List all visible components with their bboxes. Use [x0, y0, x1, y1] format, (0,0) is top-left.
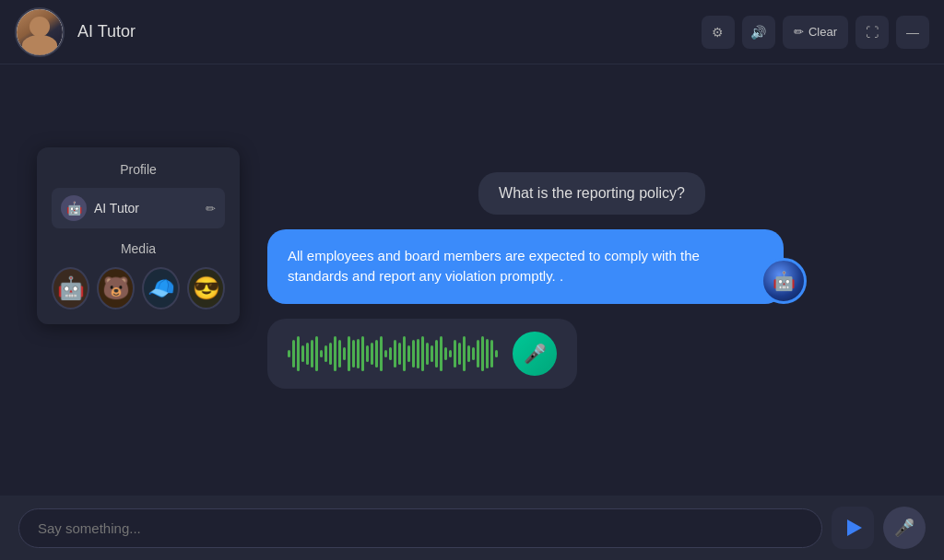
wave-bar [458, 343, 461, 365]
user-message: What is the reporting policy? [478, 172, 705, 215]
wave-bar [454, 340, 456, 368]
media-avatar-1[interactable]: 🤖 [52, 267, 89, 309]
wave-bar [412, 340, 415, 368]
wave-bar [288, 350, 290, 357]
chat-input[interactable] [18, 508, 822, 548]
wave-bar [338, 340, 341, 368]
wave-bar [417, 339, 419, 368]
media-label: Media [52, 241, 225, 256]
profile-row: 🤖 AI Tutor ✏ [52, 188, 225, 228]
wave-bar [315, 336, 318, 371]
wave-bar [324, 345, 327, 362]
wave-bar [320, 350, 323, 357]
clear-button[interactable]: ✏ Clear [783, 16, 848, 49]
header-actions: ⚙ 🔊 ✏ Clear ⛶ — [702, 16, 929, 49]
wave-bar [495, 350, 498, 357]
settings-button[interactable]: ⚙ [702, 16, 735, 49]
profile-edit-button[interactable]: ✏ [206, 202, 216, 216]
wave-bar [444, 347, 447, 360]
media-avatars: 🤖 🐻 🧢 😎 [52, 267, 225, 309]
wave-bar [329, 343, 332, 365]
audio-message: 🎤 [267, 319, 577, 389]
microphone-icon: 🎤 [894, 518, 914, 538]
wave-bar [352, 340, 355, 368]
wave-bar [431, 345, 433, 362]
wave-bar [477, 340, 479, 368]
wave-bar [371, 343, 373, 365]
header: AI Tutor ⚙ 🔊 ✏ Clear ⛶ — [0, 0, 944, 64]
send-icon [847, 519, 862, 536]
profile-panel: Profile 🤖 AI Tutor ✏ Media 🤖 🐻 🧢 😎 [37, 147, 240, 324]
wave-bar [380, 336, 383, 371]
wave-bar [426, 343, 429, 365]
audio-mic-button[interactable]: 🎤 [513, 332, 557, 376]
wave-bar [481, 336, 484, 371]
wave-bar [366, 345, 369, 362]
ai-avatar-bubble [761, 258, 807, 304]
minimize-button[interactable]: — [896, 16, 929, 49]
avatar [15, 7, 65, 57]
wave-bar [421, 336, 424, 371]
mic-button[interactable]: 🎤 [883, 507, 926, 549]
wave-bar [297, 336, 300, 371]
wave-bar [486, 339, 489, 368]
profile-name: AI Tutor [94, 201, 206, 216]
ai-message: All employees and board members are expe… [267, 229, 784, 304]
fullscreen-icon: ⛶ [866, 25, 879, 40]
wave-bar [311, 340, 313, 368]
microphone-icon: 🎤 [524, 343, 547, 365]
robot-icon: 🤖 [66, 201, 82, 216]
gear-icon: ⚙ [712, 25, 724, 40]
minimize-icon: — [906, 25, 919, 40]
wave-bar [490, 340, 493, 368]
wave-bar [440, 336, 442, 371]
wave-bar [435, 340, 438, 368]
brush-icon: ✏ [794, 25, 804, 39]
wave-bar [389, 347, 392, 360]
wave-bar [398, 343, 401, 365]
volume-icon: 🔊 [750, 25, 766, 40]
wave-bar [375, 340, 378, 368]
wave-bar [384, 350, 387, 357]
wave-bar [463, 336, 466, 371]
volume-button[interactable]: 🔊 [742, 16, 775, 49]
fullscreen-button[interactable]: ⛶ [856, 16, 889, 49]
profile-label: Profile [52, 162, 225, 177]
media-avatar-3[interactable]: 🧢 [142, 267, 180, 309]
wave-bar [357, 339, 360, 368]
wave-bar [361, 336, 364, 371]
profile-row-avatar: 🤖 [61, 195, 87, 221]
wave-bar [449, 350, 452, 357]
input-bar: 🎤 [0, 496, 944, 560]
wave-bar [403, 336, 406, 371]
waveform [288, 335, 498, 372]
media-avatar-2[interactable]: 🐻 [97, 267, 135, 309]
wave-bar [301, 345, 304, 362]
wave-bar [343, 347, 346, 360]
header-title: AI Tutor [77, 22, 702, 41]
wave-bar [334, 336, 336, 371]
ai-message-wrapper: All employees and board members are expe… [267, 229, 784, 304]
main-area: Profile 🤖 AI Tutor ✏ Media 🤖 🐻 🧢 😎 What … [0, 64, 944, 496]
media-avatar-4[interactable]: 😎 [187, 267, 225, 309]
wave-bar [292, 340, 295, 368]
wave-bar [394, 340, 396, 368]
wave-bar [407, 345, 410, 362]
avatar-image [17, 9, 63, 55]
wave-bar [306, 343, 309, 365]
wave-bar [472, 347, 475, 360]
wave-bar [348, 336, 350, 371]
wave-bar [467, 345, 470, 362]
send-button[interactable] [832, 507, 874, 549]
